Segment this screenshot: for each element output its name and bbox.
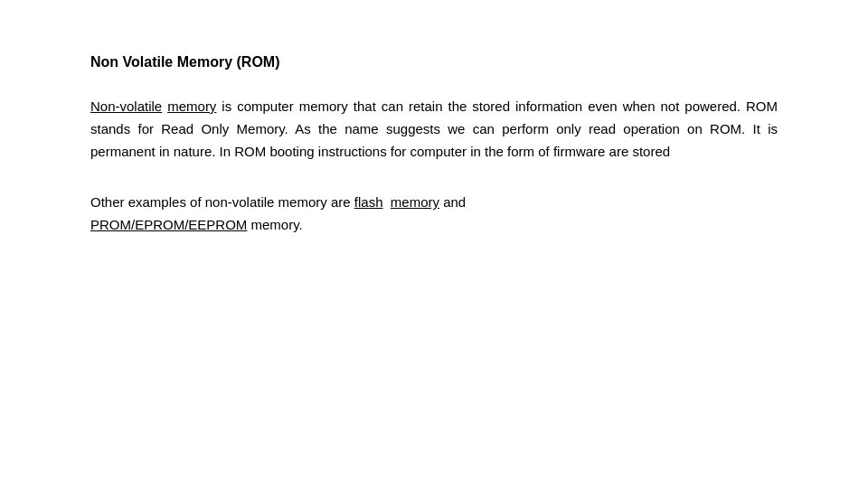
nonvolatile-link[interactable]: Non-volatile xyxy=(90,99,162,114)
prom-eprom-eeprom-link[interactable]: PROM/EPROM/EEPROM xyxy=(90,217,247,232)
flash-link[interactable]: flash xyxy=(354,194,383,210)
paragraph-2: Other examples of non-volatile memory ar… xyxy=(90,192,778,237)
page-container: Non Volatile Memory (ROM) Non-volatile m… xyxy=(0,0,868,488)
memory-link-2[interactable]: memory xyxy=(391,194,439,210)
page-title: Non Volatile Memory (ROM) xyxy=(90,54,778,70)
paragraph-2-prefix: Other examples of non-volatile memory ar… xyxy=(90,194,354,210)
paragraph-2-line-1: Other examples of non-volatile memory ar… xyxy=(90,192,778,214)
paragraph-1: Non-volatile memory is computer memory t… xyxy=(90,96,778,163)
paragraph-2-line-2: PROM/EPROM/EEPROM memory. xyxy=(90,214,778,237)
paragraph-2-suffix: and xyxy=(439,194,466,210)
memory-link[interactable]: memory xyxy=(167,99,216,114)
paragraph-2-line-2-suffix: memory. xyxy=(247,217,302,232)
